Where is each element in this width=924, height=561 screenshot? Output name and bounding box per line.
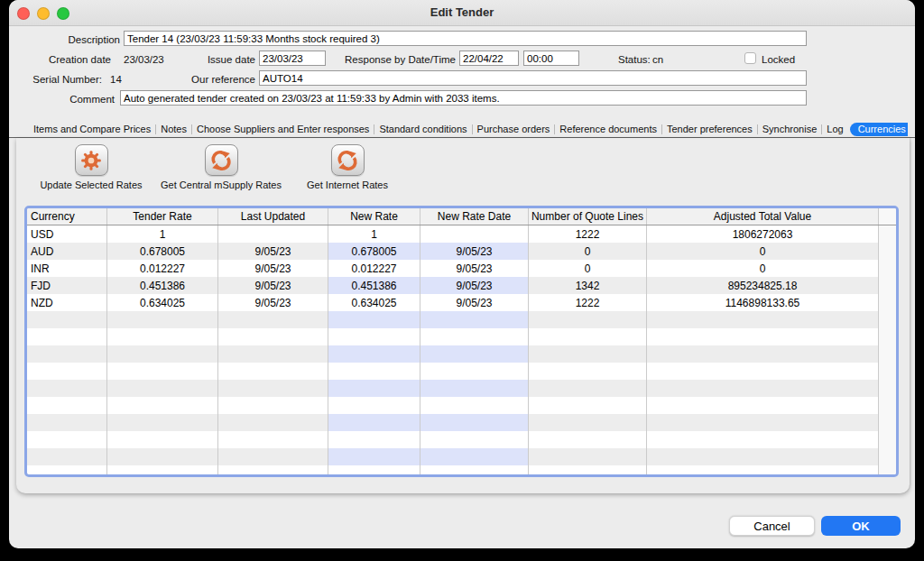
- table-cell[interactable]: [420, 363, 529, 380]
- table-scroll-gutter: [879, 431, 896, 448]
- update-rates-label: Update Selected Rates: [40, 179, 142, 190]
- table-cell[interactable]: 9/05/23: [420, 260, 529, 277]
- table-row[interactable]: [27, 397, 896, 414]
- tab-standard-conditions[interactable]: Standard conditions: [375, 123, 470, 135]
- table-cell[interactable]: [328, 328, 420, 345]
- tab-notes[interactable]: Notes: [157, 123, 190, 135]
- response-date-input[interactable]: [459, 51, 519, 66]
- tab-currencies[interactable]: Currencies: [850, 123, 908, 136]
- table-cell[interactable]: 0.012227: [328, 260, 420, 277]
- table-cell[interactable]: [420, 431, 529, 448]
- table-cell[interactable]: [420, 345, 529, 363]
- update-rates-button-face[interactable]: [75, 144, 108, 176]
- table-row[interactable]: [27, 448, 896, 465]
- our-reference-input[interactable]: [259, 70, 807, 86]
- table-scroll-gutter: [879, 363, 896, 380]
- table-cell[interactable]: [328, 397, 420, 414]
- window-title: Edit Tender: [9, 0, 915, 25]
- internet-rates-button-face[interactable]: [331, 144, 365, 176]
- table-row[interactable]: [27, 414, 896, 431]
- table-cell[interactable]: [328, 431, 420, 448]
- table-cell: [647, 380, 879, 397]
- table-row[interactable]: USD1112221806272063: [27, 225, 896, 243]
- column-header[interactable]: New Rate Date: [420, 208, 529, 225]
- table-cell: [647, 431, 879, 448]
- table-cell[interactable]: 9/05/23: [420, 294, 529, 311]
- table-row[interactable]: [27, 328, 896, 345]
- table-cell[interactable]: 0.678005: [328, 243, 420, 260]
- table-cell: [529, 448, 647, 465]
- table-row[interactable]: NZD0.6340259/05/230.6340259/05/231222114…: [27, 294, 896, 311]
- get-central-msupply-rates-button[interactable]: Get Central mSupply Rates: [151, 144, 291, 190]
- table-cell[interactable]: [420, 225, 529, 243]
- locked-checkbox[interactable]: [744, 52, 756, 64]
- update-selected-rates-button[interactable]: Update Selected Rates: [34, 144, 148, 190]
- column-header[interactable]: Tender Rate: [107, 208, 218, 225]
- table-row[interactable]: [27, 345, 896, 363]
- column-header[interactable]: Last Updated: [218, 208, 328, 225]
- description-label: Description: [9, 34, 120, 45]
- table-cell: [218, 414, 328, 431]
- table-row[interactable]: [27, 311, 896, 328]
- table-cell[interactable]: 9/05/23: [420, 277, 529, 294]
- response-time-input[interactable]: [523, 51, 579, 66]
- table-row[interactable]: [27, 380, 896, 397]
- minimize-icon[interactable]: [37, 7, 50, 20]
- table-row[interactable]: [27, 363, 896, 380]
- comment-input[interactable]: [120, 90, 807, 106]
- tab-separator: [821, 124, 822, 134]
- table-cell[interactable]: [420, 380, 529, 397]
- table-cell[interactable]: [420, 414, 529, 431]
- table-cell: 1146898133.65: [647, 294, 879, 311]
- table-cell[interactable]: 9/05/23: [420, 243, 529, 260]
- cancel-button[interactable]: Cancel: [729, 516, 815, 536]
- table-cell[interactable]: [420, 311, 529, 328]
- close-icon[interactable]: [17, 7, 30, 20]
- table-cell[interactable]: [328, 363, 420, 380]
- zoom-icon[interactable]: [57, 7, 69, 20]
- table-cell: [218, 311, 328, 328]
- table-cell[interactable]: [328, 311, 420, 328]
- table-cell: [27, 345, 107, 363]
- column-header[interactable]: Currency: [27, 208, 107, 225]
- table-cell[interactable]: 0.451386: [328, 277, 420, 294]
- column-header[interactable]: Number of Quote Lines: [529, 208, 647, 225]
- table-cell[interactable]: 0.634025: [328, 294, 420, 311]
- central-rates-button-face[interactable]: [205, 144, 238, 176]
- tab-separator: [554, 124, 555, 134]
- tab-separator: [661, 124, 662, 134]
- tab-tender-preferences[interactable]: Tender preferences: [663, 123, 756, 135]
- table-cell: [647, 363, 879, 380]
- table-row[interactable]: AUD0.6780059/05/230.6780059/05/2300: [27, 243, 896, 260]
- tab-purchase-orders[interactable]: Purchase orders: [474, 123, 554, 135]
- table-cell[interactable]: [328, 345, 420, 363]
- table-cell: 1: [107, 225, 218, 243]
- ok-button[interactable]: OK: [821, 516, 901, 536]
- table-cell: [27, 311, 107, 328]
- table-cell[interactable]: [328, 448, 420, 465]
- table-cell: [529, 380, 647, 397]
- tab-choose-suppliers-and-enter-responses[interactable]: Choose Suppliers and Enter responses: [193, 123, 373, 135]
- table-cell[interactable]: [328, 414, 420, 431]
- table-cell[interactable]: [328, 380, 420, 397]
- table-cell: INR: [27, 260, 107, 277]
- table-row[interactable]: FJD0.4513869/05/230.4513869/05/231342895…: [27, 277, 896, 294]
- get-internet-rates-button[interactable]: Get Internet Rates: [298, 144, 397, 190]
- table-row[interactable]: INR0.0122279/05/230.0122279/05/2300: [27, 260, 896, 277]
- tab-reference-documents[interactable]: Reference documents: [556, 123, 661, 135]
- table-row[interactable]: [27, 431, 896, 448]
- table-cell[interactable]: [420, 465, 529, 477]
- table-cell[interactable]: 1: [328, 225, 420, 243]
- table-cell[interactable]: [420, 397, 529, 414]
- table-row[interactable]: [27, 465, 896, 477]
- table-cell: 0: [647, 260, 879, 277]
- description-input[interactable]: [124, 31, 807, 46]
- table-cell[interactable]: [420, 328, 529, 345]
- tab-log[interactable]: Log: [823, 123, 846, 135]
- table-cell[interactable]: [328, 465, 420, 477]
- tab-items-and-compare-prices[interactable]: Items and Compare Prices: [30, 123, 154, 135]
- column-header[interactable]: New Rate: [328, 208, 420, 225]
- column-header[interactable]: Adjusted Total Value: [647, 208, 879, 225]
- tab-synchronise[interactable]: Synchronise: [759, 123, 821, 135]
- table-cell[interactable]: [420, 448, 529, 465]
